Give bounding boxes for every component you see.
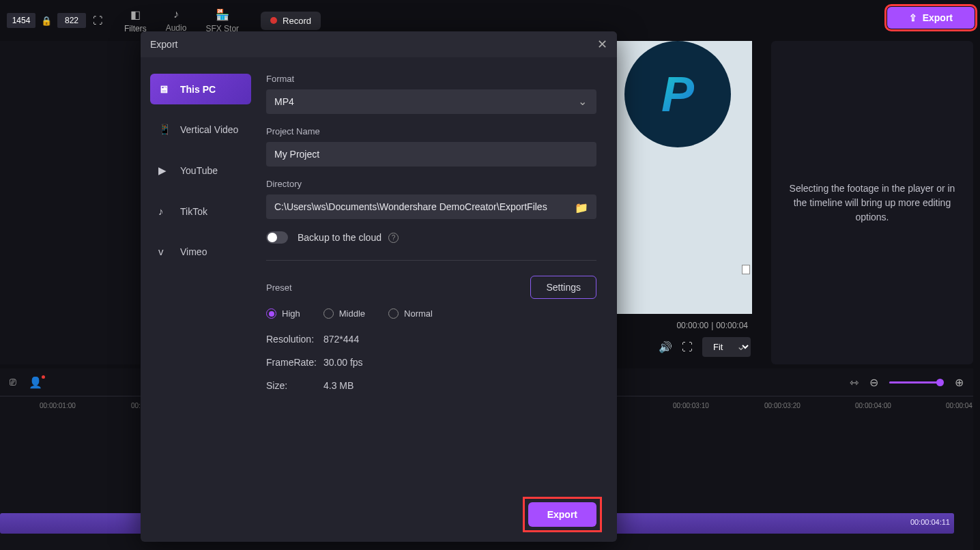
tab-label: Vimeo [180,246,207,257]
preset-label: Preset [266,283,292,293]
info-icon[interactable]: ? [388,233,399,243]
framerate-row: FrameRate:30.00 fps [266,357,596,368]
canvas-height-input[interactable] [57,13,86,28]
tab-tiktok[interactable]: ♪TikTok [150,196,251,227]
record-dot-icon [270,17,277,24]
ruler-mark: 00: [131,402,141,409]
project-name-input[interactable] [266,142,596,167]
export-icon: ⇪ [909,12,917,23]
browse-folder-icon[interactable]: 📁 [575,201,588,214]
tab-label: This PC [180,84,216,95]
resolution-value: 872*444 [323,334,359,345]
ruler-mark: 00:00:03:10 [673,402,709,409]
tab-vertical-video[interactable]: 📱Vertical Video [150,114,251,145]
tiktok-icon: ♪ [158,205,172,217]
radio-label: Normal [404,308,433,319]
settings-button[interactable]: Settings [530,276,596,299]
export-dialog: Export ✕ 🖥This PC 📱Vertical Video ▶YouTu… [141,31,617,542]
pc-icon: 🖥 [158,83,172,95]
framerate-label: FrameRate: [266,357,323,368]
radio-label: Middle [339,308,365,319]
audio-tool[interactable]: ♪Audio [166,8,187,33]
framerate-value: 30.00 fps [323,357,363,368]
resolution-row: Resolution:872*444 [266,334,596,345]
audio-icon: ♪ [173,8,179,20]
zoom-in-icon[interactable]: ⊕ [955,376,964,389]
zoom-slider[interactable] [889,381,944,383]
radio-icon [388,308,399,319]
size-value: 4.3 MB [323,380,354,391]
preview-logo-icon: P [661,66,694,122]
export-button[interactable]: Export [528,502,596,527]
record-label: Record [283,16,311,26]
preset-middle-radio[interactable]: Middle [323,308,365,319]
ruler-mark: 00:00:04 [946,402,972,409]
size-row: Size:4.3 MB [266,380,596,391]
backup-cloud-toggle[interactable] [266,231,288,244]
zoom-out-icon[interactable]: ⊖ [869,376,878,389]
volume-icon[interactable]: 🔊 [659,341,672,353]
preview-time: 00:00:00|00:00:04 [671,317,753,334]
vimeo-icon: v [158,246,172,257]
export-form: Format MP4 Project Name Directory 📁 Back… [261,57,617,542]
phone-icon: 📱 [158,124,172,136]
ruler-mark: 00:00:04:00 [855,402,891,409]
ruler-mark: 00:00:01:00 [40,402,76,409]
tab-vimeo[interactable]: vVimeo [150,236,251,267]
dialog-title: Export [150,39,177,50]
crop-icon[interactable]: ⛶ [93,15,102,26]
project-name-label: Project Name [266,126,596,136]
dialog-header: Export ✕ [141,31,617,57]
directory-label: Directory [266,179,596,189]
preset-normal-radio[interactable]: Normal [388,308,433,319]
tab-this-pc[interactable]: 🖥This PC [150,74,251,104]
sfx-icon: 🏪 [216,8,229,21]
canvas-width-input[interactable] [7,13,35,28]
size-label: Size: [266,380,323,391]
export-button-highlight: Export [527,501,598,528]
divider [266,260,596,261]
voiceover-icon[interactable]: 👤 [29,376,42,389]
sfx-store-tool[interactable]: 🏪SFX Stor [205,8,239,33]
preset-high-radio[interactable]: High [266,308,300,319]
properties-panel: Selecting the footage in the player or i… [771,41,973,364]
preview-controls: 00:00:00|00:00:04 🔊 ⛶ Fit [610,317,753,364]
tab-label: YouTube [180,165,218,176]
lock-aspect-icon[interactable]: 🔒 [41,16,52,26]
fullscreen-icon[interactable]: ⛶ [682,341,693,353]
radio-icon [323,308,334,319]
time-total: 00:00:04 [716,321,748,330]
radio-label: High [282,308,300,319]
left-panel [0,41,140,364]
time-current: 00:00:00 [676,321,708,330]
export-top-label: Export [923,12,953,23]
tab-label: Vertical Video [180,124,238,135]
radio-icon [266,308,276,319]
export-top-button[interactable]: ⇪Export [887,7,975,29]
filters-tool[interactable]: ◧Filters [124,8,147,33]
timeline-settings-icon[interactable]: ⎚ [10,376,16,389]
youtube-icon: ▶ [158,164,172,177]
tab-label: TikTok [180,206,207,217]
export-tabs: 🖥This PC 📱Vertical Video ▶YouTube ♪TikTo… [141,57,261,542]
clip-duration: 00:00:04:11 [910,518,950,526]
close-icon[interactable]: ✕ [597,37,607,52]
ruler-mark: 00:00:03:20 [764,402,801,409]
filters-icon: ◧ [130,8,141,21]
format-select[interactable]: MP4 [266,89,596,114]
fit-timeline-icon[interactable]: ⇿ [850,376,859,389]
tab-youtube[interactable]: ▶YouTube [150,155,251,186]
directory-input[interactable] [266,194,596,219]
format-label: Format [266,74,596,84]
preview-logo-circle: P [624,41,731,147]
resolution-label: Resolution: [266,334,323,345]
properties-hint: Selecting the footage in the player or i… [785,182,960,225]
scroll-handle[interactable] [742,265,750,274]
preview-canvas[interactable]: P [603,41,752,314]
record-button[interactable]: Record [261,12,321,30]
fit-select[interactable]: Fit [702,337,751,357]
backup-label: Backup to the cloud [298,232,381,243]
